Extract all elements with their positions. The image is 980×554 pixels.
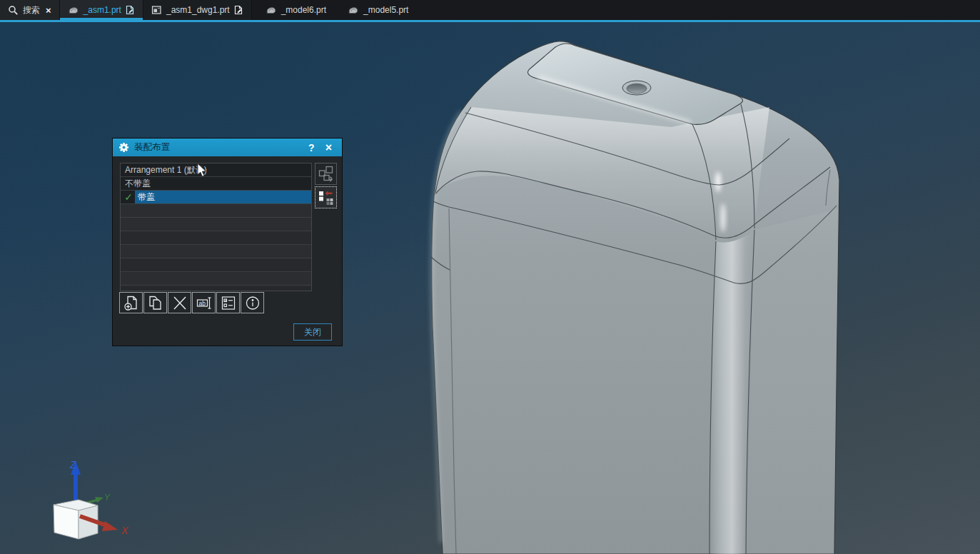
assembly-arrangements-dialog: 装配布置 ? × Arrangement 1 (默认) 不带盖 ✓ 带盖 (112, 138, 343, 346)
top-hole (622, 81, 651, 95)
arrangement-name: Arrangement 1 (默认) (125, 164, 207, 176)
arrangement-cascade-button[interactable] (315, 163, 337, 185)
arrangement-empty-row[interactable] (121, 272, 311, 286)
tab-label: 搜索 (23, 4, 40, 16)
document-tab-bar: 搜索 × _asm1.prt _asm1_dwg1.prt (0, 0, 980, 20)
tab-label: _model6.prt (281, 5, 326, 15)
part-icon (348, 5, 359, 15)
arrangement-properties-button[interactable] (216, 292, 240, 313)
delete-arrangement-button[interactable] (168, 292, 191, 313)
tab-asm1-dwg1[interactable]: _asm1_dwg1.prt (143, 0, 252, 20)
tab-label: _asm1.prt (84, 5, 121, 15)
arrangement-name-selected: 带盖 (135, 191, 311, 203)
x-axis-label: X (121, 525, 128, 536)
arrangement-empty-row[interactable] (121, 231, 311, 245)
arrangement-row-no-lid[interactable]: 不带盖 (121, 177, 311, 191)
tab-model5[interactable]: _model5.prt (340, 0, 416, 20)
arrangement-empty-row[interactable] (121, 204, 311, 218)
modified-doc-icon (126, 5, 135, 15)
tab-asm1[interactable]: _asm1.prt (60, 0, 143, 20)
part-icon (68, 5, 79, 15)
tab-search[interactable]: 搜索 × (0, 0, 60, 20)
arrangement-row-with-lid-active[interactable]: ✓ 带盖 (121, 191, 311, 204)
dialog-help-button[interactable]: ? (302, 142, 321, 153)
drawing-sheet-icon (151, 5, 162, 15)
close-button[interactable]: 关闭 (293, 323, 332, 341)
tab-label: _model5.prt (363, 5, 408, 15)
z-axis-label: Z (69, 459, 76, 470)
tab-model6[interactable]: _model6.prt (258, 0, 334, 20)
search-icon (8, 5, 19, 16)
viewport-accent-border (0, 20, 980, 22)
dialog-titlebar[interactable]: 装配布置 ? × (113, 138, 342, 156)
dialog-toolbar: ab (119, 292, 264, 313)
arrangement-empty-row[interactable] (121, 258, 311, 272)
dialog-close-icon[interactable]: × (321, 141, 336, 154)
dialog-title: 装配布置 (134, 141, 302, 153)
close-tab-icon[interactable]: × (46, 5, 51, 16)
y-axis-label: Y (104, 493, 111, 503)
copy-arrangement-button[interactable] (143, 292, 167, 313)
part-icon (266, 5, 277, 15)
rename-arrangement-button[interactable]: ab (192, 292, 216, 313)
arrangement-row-default[interactable]: Arrangement 1 (默认) (121, 163, 311, 177)
information-button[interactable] (241, 292, 264, 313)
y-axis-arrow (95, 497, 103, 503)
tab-label: _asm1_dwg1.prt (166, 5, 230, 15)
application-window: 搜索 × _asm1.prt _asm1_dwg1.prt (0, 0, 980, 554)
svg-text:ab: ab (198, 299, 206, 306)
arrangement-name: 不带盖 (125, 178, 151, 190)
model-body (431, 41, 839, 554)
arrangement-reorder-button[interactable] (315, 186, 337, 208)
current-arrangement-check-icon: ✓ (122, 191, 135, 203)
modified-doc-icon (234, 5, 243, 15)
gear-icon (118, 142, 129, 153)
arrangement-empty-row[interactable] (121, 245, 311, 258)
arrangement-empty-row[interactable] (121, 218, 311, 231)
new-arrangement-button[interactable] (119, 292, 143, 313)
orientation-triad[interactable]: Z Y X (54, 459, 128, 539)
arrangement-list: Arrangement 1 (默认) 不带盖 ✓ 带盖 (120, 163, 312, 291)
